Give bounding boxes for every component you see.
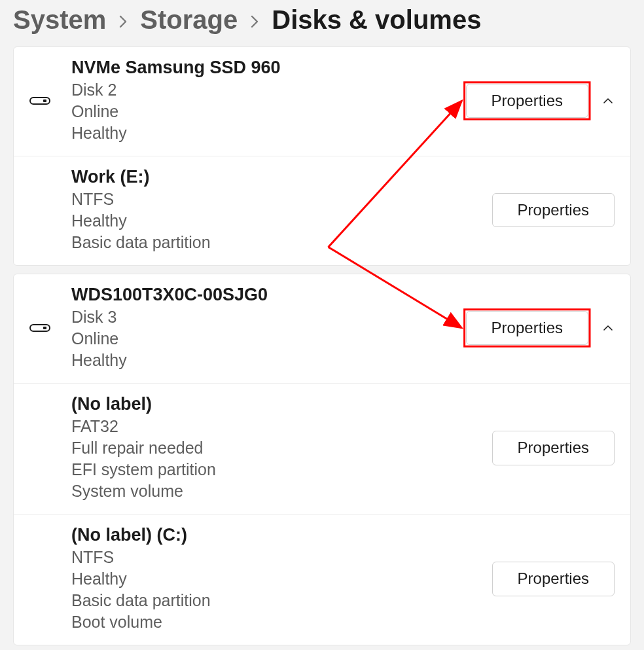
- chevron-up-icon[interactable]: [601, 94, 615, 107]
- volume-row[interactable]: Work (E:) NTFS Healthy Basic data partit…: [14, 156, 630, 265]
- volume-filesystem: NTFS: [71, 547, 492, 568]
- volume-name: (No label): [71, 394, 492, 414]
- disk-group: WDS100T3X0C-00SJG0 Disk 3 Online Healthy…: [13, 274, 631, 645]
- chevron-right-icon: [249, 14, 260, 32]
- volume-partition-type: Basic data partition: [71, 590, 492, 611]
- volume-filesystem: FAT32: [71, 416, 492, 437]
- drive-icon: [29, 97, 71, 105]
- chevron-right-icon: [118, 14, 128, 32]
- volume-filesystem: NTFS: [71, 189, 492, 210]
- properties-button[interactable]: Properties: [466, 311, 588, 345]
- disk-status: Online: [71, 328, 466, 350]
- chevron-up-icon[interactable]: [601, 321, 615, 334]
- disk-id: Disk 3: [71, 306, 466, 328]
- volume-role: System volume: [71, 480, 492, 502]
- properties-button[interactable]: Properties: [492, 193, 615, 227]
- volume-health: Healthy: [71, 210, 492, 232]
- volume-name: Work (E:): [71, 167, 492, 187]
- volume-health: Full repair needed: [71, 437, 492, 459]
- volume-name: (No label) (C:): [71, 525, 492, 545]
- disk-group: NVMe Samsung SSD 960 Disk 2 Online Healt…: [13, 46, 631, 266]
- disk-status: Online: [71, 101, 466, 122]
- volume-role: Boot volume: [71, 611, 492, 633]
- properties-button[interactable]: Properties: [492, 431, 615, 465]
- volume-health: Healthy: [71, 568, 492, 590]
- disk-row[interactable]: WDS100T3X0C-00SJG0 Disk 3 Online Healthy…: [14, 274, 630, 384]
- disk-row[interactable]: NVMe Samsung SSD 960 Disk 2 Online Healt…: [14, 47, 630, 156]
- disk-id: Disk 2: [71, 79, 466, 101]
- disk-health: Healthy: [71, 350, 466, 371]
- breadcrumb-system[interactable]: System: [13, 5, 106, 35]
- disk-name: WDS100T3X0C-00SJG0: [71, 285, 466, 305]
- volume-partition-type: Basic data partition: [71, 232, 492, 253]
- disk-name: NVMe Samsung SSD 960: [71, 58, 466, 78]
- volume-partition-type: EFI system partition: [71, 459, 492, 480]
- breadcrumb-storage[interactable]: Storage: [140, 5, 238, 35]
- volume-row[interactable]: (No label) FAT32 Full repair needed EFI …: [14, 384, 630, 515]
- breadcrumb: System Storage Disks & volumes: [0, 0, 644, 46]
- page-title: Disks & volumes: [272, 5, 481, 35]
- properties-button[interactable]: Properties: [466, 84, 588, 118]
- disk-health: Healthy: [71, 122, 466, 144]
- volume-row[interactable]: (No label) (C:) NTFS Healthy Basic data …: [14, 515, 630, 645]
- properties-button[interactable]: Properties: [492, 562, 615, 596]
- drive-icon: [29, 324, 71, 332]
